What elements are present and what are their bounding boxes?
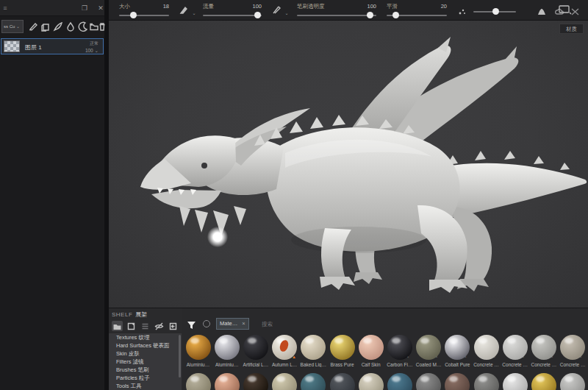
material-thumb-row2-0[interactable] <box>184 373 212 390</box>
material-type-badge: ◦ <box>580 355 584 359</box>
material-type-badge: ◦ <box>407 355 412 359</box>
shelf-content: Mate…× Aluminiu…Aluminiu…Artificial L…▲A… <box>182 308 588 390</box>
pen-tool-icon[interactable] <box>28 21 38 32</box>
layer-name: 图层 1 <box>25 43 42 52</box>
flame-badge-icon: ▲ <box>292 355 296 359</box>
pressure-pen-icon[interactable]: ⌄ <box>272 4 288 18</box>
delete-layer-icon[interactable] <box>97 21 107 32</box>
material-label: Calf Skin <box>356 362 385 367</box>
close-panel-icon[interactable]: ✕ <box>97 4 104 12</box>
material-type-badge: ◦ <box>523 355 527 359</box>
brush-flow-slider[interactable] <box>203 13 262 18</box>
viewport-3d[interactable]: 材质 <box>109 21 588 308</box>
eye-slash-icon[interactable] <box>154 321 165 331</box>
duplicate-layer-icon[interactable] <box>40 21 51 32</box>
brush-smooth-slider[interactable] <box>387 13 447 18</box>
tab-shelf[interactable]: SHELF展架 <box>112 310 147 319</box>
brush-toolbar: 大小 18 ⌄ 流量 100 ⌄ 笔刷透明度 100 平滑 <box>109 0 588 21</box>
category-scrollbar[interactable] <box>179 335 181 377</box>
material-thumb-row1-6[interactable]: Calf Skin <box>356 335 385 367</box>
shelf-filter-bar: Mate…× <box>182 317 588 332</box>
feather-brush-icon[interactable] <box>53 21 63 32</box>
spray-particles-icon[interactable] <box>457 6 467 19</box>
material-label: Aluminiu… <box>212 362 241 367</box>
fill-drop-icon[interactable] <box>65 21 76 32</box>
material-thumb-row1-7[interactable]: ◦Carbon Fi… <box>385 335 414 367</box>
material-thumb-row1-4[interactable]: Baked Lig… <box>299 335 328 367</box>
list-view-icon[interactable] <box>140 321 151 331</box>
extra-slider[interactable] <box>473 9 516 15</box>
material-label: Brass Pure <box>328 362 356 367</box>
filter-circle-icon[interactable] <box>203 320 210 327</box>
display-mode-chip[interactable]: 材质 <box>559 24 584 34</box>
brush-opacity-control: 笔刷透明度 100 <box>297 1 376 19</box>
shelf-category-list: Textures 纹理Hard Surfaces 硬表面Skin 皮肤Filte… <box>109 333 182 390</box>
layer-blend-mode[interactable]: 正常 <box>90 40 98 47</box>
brush-size-value: 18 <box>163 3 169 10</box>
shelf-category-skin[interactable]: Skin 皮肤 <box>109 350 182 358</box>
materials-grid: Aluminiu…Aluminiu…Artificial L…▲Autumn L… <box>184 333 588 390</box>
shelf-category-brushes[interactable]: Brushes 笔刷 <box>109 366 182 374</box>
filter-chip-material[interactable]: Mate…× <box>216 318 249 330</box>
material-label: Coated M… <box>415 362 443 367</box>
material-thumb-row1-10[interactable]: ◦Concrete … <box>472 335 501 367</box>
material-thumb-row2-9[interactable] <box>443 373 472 390</box>
material-thumb-row1-13[interactable]: ◦Concrete … <box>559 335 587 367</box>
falloff-hill-icon[interactable] <box>537 6 547 19</box>
layer-thumbnail[interactable] <box>4 40 20 52</box>
material-label: Baked Lig… <box>299 362 328 367</box>
shelf-category-particles[interactable]: Particles 粒子 <box>109 374 182 382</box>
material-thumb-row1-3[interactable]: ▲Autumn L… <box>270 335 299 367</box>
material-thumb-row2-13[interactable] <box>559 373 587 390</box>
shelf-panel: SHELF展架 Textures 纹理Hard Surfaces 硬表面Skin… <box>109 308 588 390</box>
brush-size-slider[interactable] <box>119 13 169 18</box>
material-thumb-row2-4[interactable] <box>299 373 328 390</box>
shelf-search-input[interactable] <box>262 318 372 330</box>
material-thumb-row2-11[interactable] <box>501 373 529 390</box>
layer-row[interactable]: 图层 1 正常 100 ⌄ <box>1 38 104 54</box>
material-thumb-row2-12[interactable] <box>529 373 558 390</box>
layer-blend-dropdown[interactable]: ss Cu ⌄ <box>1 20 24 33</box>
shelf-category-hard-surfaces[interactable]: Hard Surfaces 硬表面 <box>109 341 182 350</box>
material-thumb-row1-11[interactable]: ◦Concrete … <box>501 335 529 367</box>
layers-panel: ≡ ❐ ✕ ss Cu ⌄ 图层 1 <box>0 0 109 390</box>
shelf-category-textures[interactable]: Textures 纹理 <box>109 333 182 341</box>
material-thumb-row2-10[interactable] <box>472 373 501 390</box>
material-label: Artificial L… <box>241 362 270 367</box>
material-thumb-row2-8[interactable] <box>415 373 443 390</box>
folder-view-icon[interactable] <box>112 321 123 331</box>
float-panel-icon[interactable]: ❐ <box>81 4 88 12</box>
material-label: Concrete … <box>529 362 558 367</box>
brush-flow-value: 100 <box>252 3 262 10</box>
material-thumb-row2-2[interactable] <box>241 373 270 390</box>
shelf-toolbar <box>110 319 184 333</box>
material-thumb-row1-9[interactable]: ◦Cobalt Pure <box>443 335 472 367</box>
material-thumb-row1-12[interactable]: ◦Concrete … <box>529 335 558 367</box>
material-label: Autumn L… <box>270 362 299 367</box>
chip-close-icon[interactable]: × <box>242 320 245 327</box>
material-label: Concrete … <box>559 362 587 367</box>
shelf-category-tools[interactable]: Tools 工具 <box>109 382 182 390</box>
material-thumb-row1-1[interactable]: Aluminiu… <box>212 335 241 367</box>
material-thumb-row1-5[interactable]: Brass Pure <box>328 335 356 367</box>
material-thumb-row2-7[interactable] <box>385 373 414 390</box>
material-thumb-row2-6[interactable] <box>356 373 385 390</box>
material-thumb-row2-5[interactable] <box>328 373 356 390</box>
import-resource-icon[interactable] <box>168 321 179 331</box>
material-thumb-row1-2[interactable]: Artificial L… <box>241 335 270 367</box>
material-label: Aluminiu… <box>184 362 212 367</box>
material-thumb-row1-0[interactable]: Aluminiu… <box>184 335 212 367</box>
brush-preset-icon[interactable]: ⌄ <box>179 4 196 18</box>
shelf-category-filters[interactable]: Filters 滤镜 <box>109 358 182 366</box>
mask-moon-icon[interactable] <box>78 21 88 32</box>
brush-opacity-label: 笔刷透明度 <box>297 3 325 10</box>
layer-opacity-value[interactable]: 100 ⌄ <box>85 48 98 54</box>
material-thumb-row1-8[interactable]: ◦Coated M… <box>415 335 443 367</box>
filter-funnel-icon[interactable] <box>187 319 196 333</box>
brush-flow-control: 流量 100 <box>203 1 262 19</box>
new-item-icon[interactable] <box>126 321 137 331</box>
brush-opacity-slider[interactable] <box>297 13 376 18</box>
material-thumb-row2-1[interactable] <box>212 373 241 390</box>
viewport-display-icon[interactable] <box>559 4 572 18</box>
material-thumb-row2-3[interactable] <box>270 373 299 390</box>
